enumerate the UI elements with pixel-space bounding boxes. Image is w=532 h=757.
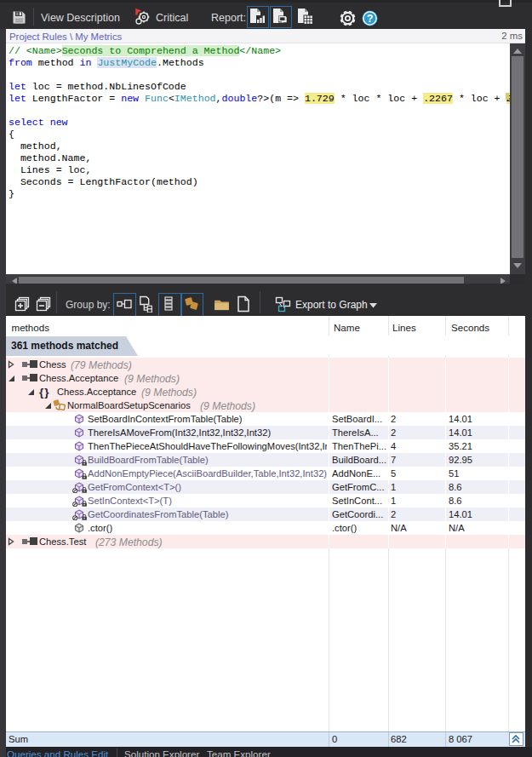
svg-text:?: ? bbox=[367, 13, 374, 25]
